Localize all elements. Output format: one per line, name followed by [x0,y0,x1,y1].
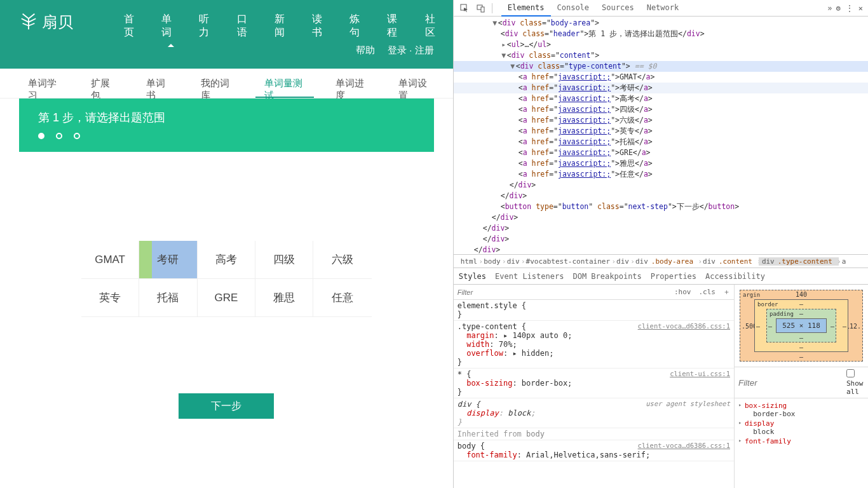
style-tab-accessibility[interactable]: Accessibility [705,272,765,281]
devtools-tab-console[interactable]: Console [551,0,596,17]
css-val: 140px auto 0 [512,331,567,340]
css-val: 70% [499,340,513,349]
more-icon[interactable]: ⋮ [846,4,853,13]
devtools: ElementsConsoleSourcesNetwork » ⚙ ⋮ ✕ ▼<… [453,0,868,488]
rule-element-style[interactable]: element.style {} [454,300,734,321]
content: 第 1 步，请选择出题范围 a 105×60 GMAT考研高考四级六级英专托福G… [0,98,453,419]
subnav-单词学习[interactable]: 单词学习 [19,69,69,98]
type-考研[interactable]: 考研 [139,241,197,279]
dot-3 [74,133,80,139]
cls-toggle[interactable]: .cls [695,287,720,297]
settings-icon[interactable]: ⚙ [836,4,841,13]
rule-source[interactable]: client-voca…d6386.css:1 [638,322,730,330]
type-高考[interactable]: 高考 [198,241,255,279]
rule-body[interactable]: client-voca…d6386.css:1 body { font-fami… [454,440,734,461]
box-model[interactable]: argin 140 .500 112. – border – – – – pad… [735,285,868,367]
subnav-单词量测试[interactable]: 单词量测试 [255,69,314,98]
nav-听力[interactable]: 听力 [189,0,227,52]
subnav-我的词库[interactable]: 我的词库 [192,69,242,98]
type-雅思[interactable]: 雅思 [255,279,313,317]
nav-auth[interactable]: 登录 · 注册 [388,44,434,57]
nav-首页[interactable]: 首页 [114,0,152,52]
tabs-more[interactable]: » [824,4,836,13]
rule-source[interactable]: client-voca…d6386.css:1 [638,442,730,449]
type-托福[interactable]: 托福 [139,279,197,317]
close-icon[interactable]: ✕ [858,4,863,13]
bm-border-left: – [756,322,760,329]
computed-display[interactable]: display block [738,419,864,437]
nav-help[interactable]: 帮助 [356,44,375,57]
rule-div-ua[interactable]: user agent stylesheet div { display: blo… [454,398,734,428]
crumb-a[interactable]: a [839,257,850,266]
styles-filter-input[interactable] [454,288,670,296]
brand[interactable]: 扇贝 [19,11,74,32]
computed-filter-input[interactable] [738,378,846,388]
device-icon[interactable] [473,1,489,15]
type-六级[interactable]: 六级 [313,241,371,279]
crumb-div.type-content[interactable]: div.type-content [759,257,839,266]
rule-star[interactable]: client-ui.css:1 * { box-sizing: border-b… [454,369,734,398]
crumb-html[interactable]: html [458,257,481,266]
inspect-icon[interactable] [456,1,473,15]
computed-filter-row: Show all [735,367,868,398]
subnav-单词书[interactable]: 单词书 [137,69,180,98]
css-prop: box-sizing [466,379,512,388]
nav-读书[interactable]: 读书 [302,0,340,52]
crumb-div[interactable]: div [504,257,523,266]
styles-column[interactable]: :hov .cls ＋ element.style {} client-voca… [454,285,735,488]
add-rule-icon[interactable]: ＋ [719,286,734,298]
css-prop: overflow [466,349,503,358]
crumb-div[interactable]: div [613,257,632,266]
css-prop: margin [466,331,494,340]
elements-panel[interactable]: ▼<div class="body-area"><div class="head… [454,17,868,254]
css-val: block [508,409,531,417]
hov-toggle[interactable]: :hov [670,287,695,297]
type-英专[interactable]: 英专 [81,279,139,317]
type-四级[interactable]: 四级 [255,241,313,279]
svg-rect-2 [481,7,484,12]
subnav-单词进度[interactable]: 单词进度 [327,69,377,98]
nav-口语[interactable]: 口语 [227,0,265,52]
rule-selector: element.style { [458,301,526,310]
breadcrumb[interactable]: htmlbodydiv#vocabtest-containerdivdiv.bo… [454,254,868,268]
show-all-toggle[interactable]: Show all [846,369,864,396]
nav-单词[interactable]: 单词 [152,0,189,52]
nav-新闻[interactable]: 新闻 [265,0,302,52]
subnav-扩展包[interactable]: 扩展包 [82,69,125,98]
devtools-tab-sources[interactable]: Sources [595,0,641,17]
divider [492,3,492,13]
crumb-body[interactable]: body [480,257,504,266]
step-dots [38,133,415,139]
style-tab-properties[interactable]: Properties [651,272,696,281]
bm-margin-top: 140 [796,291,807,298]
css-val: hidden [522,349,549,358]
computed-font-family[interactable]: font-family [738,437,864,454]
type-content: a 105×60 GMAT考研高考四级六级英专托福GRE雅思任意 [81,241,372,317]
computed-box-sizing[interactable]: box-sizing border-box [738,401,864,419]
computed-list[interactable]: box-sizing border-boxdisplay blockfont-f… [735,398,868,457]
type-grid: GMAT考研高考四级六级英专托福GRE雅思任意 [81,241,372,317]
bm-border-bottom: – [799,344,803,351]
style-tab-styles[interactable]: Styles [459,272,486,281]
rule-source[interactable]: client-ui.css:1 [670,370,730,377]
next-step-button[interactable]: 下一步 [179,393,274,419]
bm-border-right: – [843,322,846,329]
bm-margin-label: argin [743,292,760,298]
brand-text: 扇贝 [42,12,74,32]
devtools-tab-elements[interactable]: Elements [501,0,551,17]
crumb-div.content[interactable]: div.content [700,257,759,266]
rule-selector: * { [458,370,471,379]
style-tab-event-listeners[interactable]: Event Listeners [495,272,564,281]
crumb-#vocabtest-container[interactable]: #vocabtest-container [523,257,613,266]
devtools-tab-network[interactable]: Network [641,0,686,17]
subnav-单词设置[interactable]: 单词设置 [390,69,440,98]
rule-type-content[interactable]: client-voca…d6386.css:1 .type-content { … [454,321,734,369]
dot-2 [56,133,62,139]
crumb-div.body-area[interactable]: div.body-area [632,257,700,266]
bm-margin-bottom: – [799,353,803,360]
type-GMAT[interactable]: GMAT [81,241,139,279]
type-任意[interactable]: 任意 [313,279,371,317]
bm-content: 525 × 118 [776,318,827,333]
style-tab-dom-breakpoints[interactable]: DOM Breakpoints [573,272,641,281]
type-GRE[interactable]: GRE [198,279,255,317]
